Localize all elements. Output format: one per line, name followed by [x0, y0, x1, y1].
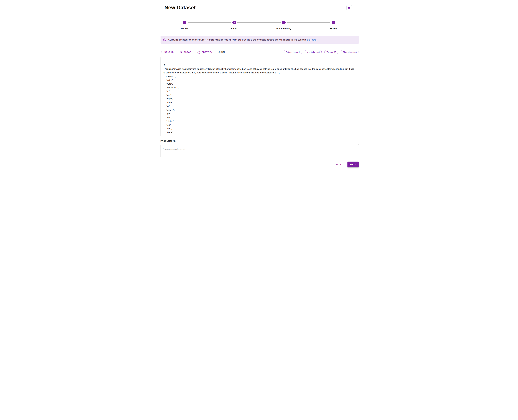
characters-chip: Characters: 246 — [341, 50, 359, 54]
stepper-connector — [237, 22, 281, 23]
problems-heading: PROBLEMS (0) — [161, 140, 359, 142]
format-select[interactable]: JSON — [219, 51, 229, 53]
step-completed-icon — [183, 21, 186, 24]
editor-tools: UPLOAD CLEAR { } PRETTIFY JSON — [161, 51, 229, 53]
check-icon — [332, 22, 334, 24]
info-banner: QuickGraph supports numerous dataset for… — [161, 36, 359, 44]
stepper: Details Editor Preprocessing Review — [156, 15, 362, 30]
problems-panel: No problems detected — [161, 144, 359, 157]
tokens-chip: Tokens: 67 — [324, 50, 338, 54]
upload-icon — [161, 51, 163, 53]
prettify-button-label: PRETTIFY — [202, 51, 212, 53]
step-label: Preprocessing — [276, 27, 291, 30]
check-icon — [233, 22, 235, 24]
vocabulary-chip: Vocabulary: 45 — [305, 50, 322, 54]
check-icon — [283, 22, 285, 24]
clear-button-label: CLEAR — [184, 51, 191, 53]
notifications-button[interactable] — [346, 5, 352, 10]
step-review[interactable]: Review — [309, 21, 358, 30]
clear-button[interactable]: CLEAR — [180, 51, 191, 53]
upload-button-label: UPLOAD — [164, 51, 174, 53]
page-title: New Dataset — [164, 5, 196, 11]
banner-message-text: QuickGraph supports numerous dataset for… — [168, 39, 307, 41]
stepper-connector — [188, 22, 231, 23]
problems-empty-message: No problems detected — [163, 148, 356, 150]
wizard-footer: BACK NEXT — [161, 162, 359, 170]
step-label: Review — [330, 27, 337, 30]
braces-icon: { } — [197, 51, 201, 53]
stepper-connector — [287, 22, 330, 23]
step-label: Details — [181, 27, 188, 30]
click-here-link[interactable]: click here. — [307, 39, 317, 41]
trash-icon — [180, 51, 183, 53]
step-completed-icon — [282, 21, 286, 24]
prettify-button[interactable]: { } PRETTIFY — [197, 51, 212, 53]
step-preprocessing[interactable]: Preprocessing — [259, 21, 309, 30]
format-select-value: JSON — [219, 51, 225, 53]
dataset-items-chip: Dataset Items: 1 — [284, 50, 302, 54]
upload-button[interactable]: UPLOAD — [161, 51, 174, 53]
step-completed-icon — [332, 21, 335, 24]
json-editor-content: [ { "original": "Alice was beginning to … — [163, 60, 356, 134]
json-editor-input[interactable]: [ { "original": "Alice was beginning to … — [161, 57, 359, 136]
next-button[interactable]: NEXT — [348, 162, 359, 167]
step-editor[interactable]: Editor — [209, 21, 259, 30]
banner-message: QuickGraph supports numerous dataset for… — [168, 39, 317, 41]
editor-toolbar: UPLOAD CLEAR { } PRETTIFY JSON Dataset I… — [161, 49, 359, 55]
dataset-stats: Dataset Items: 1 Vocabulary: 45 Tokens: … — [284, 50, 359, 54]
step-label: Editor — [231, 27, 237, 30]
bell-icon — [348, 6, 351, 9]
chevron-down-icon — [225, 51, 228, 53]
page-header: New Dataset — [156, 0, 362, 15]
step-completed-icon — [232, 21, 236, 24]
info-icon — [163, 38, 166, 41]
step-details[interactable]: Details — [160, 21, 209, 30]
check-icon — [184, 22, 186, 24]
back-button[interactable]: BACK — [333, 162, 345, 167]
